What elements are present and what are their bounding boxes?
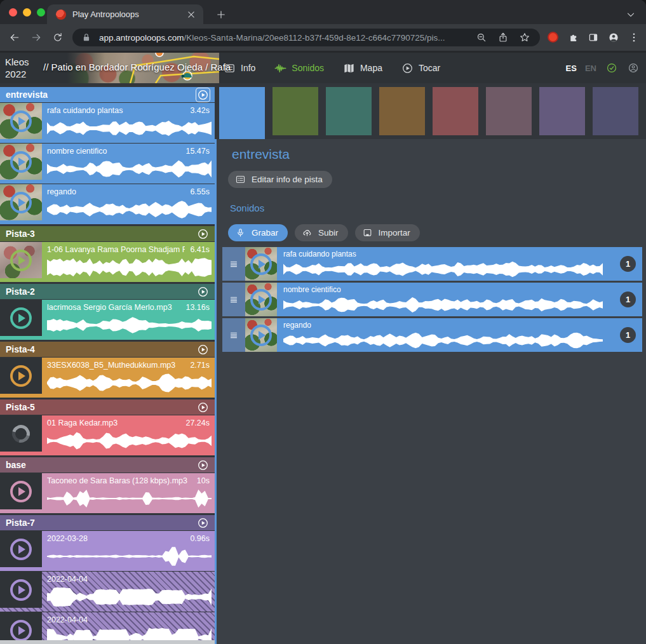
play-track-button[interactable] [196, 343, 210, 356]
sound-list: rafa cuidando plantas1nombre cientifico1… [222, 247, 642, 354]
track-name: Pista-2 [6, 286, 196, 297]
track-tile-4[interactable] [379, 87, 425, 135]
track-tile-8[interactable] [593, 87, 638, 135]
clip-duration: 13.16s [185, 303, 210, 312]
edit-track-info-button[interactable]: Editar info de pista [228, 171, 332, 188]
clip-thumbnail[interactable] [0, 572, 42, 608]
drag-handle-icon [228, 330, 239, 341]
sound-thumbnail[interactable] [245, 318, 277, 352]
zoom-out-icon[interactable] [475, 31, 488, 44]
clip-thumbnail[interactable] [0, 144, 42, 180]
drag-handle[interactable] [222, 283, 245, 316]
macos-zoom-button[interactable] [37, 8, 45, 17]
track-tile-3[interactable] [326, 87, 372, 135]
play-track-button[interactable] [196, 516, 210, 530]
clip-waveform [47, 257, 212, 278]
play-track-button[interactable] [196, 285, 210, 299]
app-nav: InfoSonidosMapaTocar [224, 53, 440, 83]
track-header-entrevista[interactable]: entrevista [0, 87, 215, 102]
clip-lacrimosa Sergio García Merlo.mp3[interactable]: lacrimosa Sergio García Merlo.mp313.16s [0, 300, 215, 340]
extensions-puzzle-icon[interactable] [566, 30, 580, 44]
track-header-Pista-4[interactable]: Pista-4 [0, 342, 215, 357]
tab-search-chevron-icon[interactable] [623, 7, 638, 22]
clip-thumbnail[interactable] [0, 473, 42, 509]
nav-item-mapa[interactable]: Mapa [343, 62, 382, 74]
importar-button[interactable]: Importar [355, 224, 420, 241]
clip-2022-04-04[interactable]: 2022-04-04 [0, 572, 215, 612]
nav-item-tocar[interactable]: Tocar [401, 62, 440, 74]
clip-thumbnail[interactable] [0, 184, 42, 220]
browser-tab[interactable]: Play Antropoloops [47, 4, 203, 24]
profile-avatar-icon[interactable] [607, 30, 621, 44]
track-header-Pista-5[interactable]: Pista-5 [0, 399, 215, 415]
language-toggle-es[interactable]: ES [566, 64, 577, 73]
play-track-button[interactable] [196, 459, 210, 472]
account-button[interactable] [626, 62, 640, 75]
clip-thumbnail[interactable] [0, 242, 42, 278]
track-tile-5[interactable] [433, 87, 478, 135]
subir-button[interactable]: Subir [295, 224, 348, 241]
address-bar[interactable]: app.antropoloops.com/Kleos-Santa-Marina/… [72, 29, 540, 46]
share-icon[interactable] [497, 31, 509, 44]
list-icon [235, 174, 246, 185]
play-track-button[interactable] [196, 401, 210, 414]
side-panel-icon[interactable] [586, 30, 600, 44]
language-toggle-en[interactable]: EN [585, 64, 596, 73]
macos-close-button[interactable] [9, 8, 17, 17]
track-header-base[interactable]: base [0, 457, 215, 473]
drag-handle[interactable] [222, 318, 245, 352]
clip-nombre cientifico[interactable]: nombre cientifico15.47s [0, 144, 215, 184]
clip-33ESX6038_B5_Muthedukkum.mp3[interactable]: 33ESX6038_B5_Muthedukkum.mp32.71s [0, 358, 215, 398]
tab-close-icon[interactable] [185, 9, 197, 20]
sound-row-rafa cuidando plantas[interactable]: rafa cuidando plantas1 [222, 247, 642, 281]
clip-01 Raga Kedar.mp3[interactable]: 01 Raga Kedar.mp327.24s [0, 415, 215, 455]
reload-button[interactable] [51, 30, 65, 44]
clip-thumbnail[interactable] [0, 300, 42, 336]
sound-row-regando[interactable]: regando1 [222, 318, 642, 352]
breadcrumb: // Patio en Bordador Rodríguez Ojeda / R… [43, 62, 231, 72]
play-overlay-icon [10, 539, 32, 560]
clip-thumbnail[interactable] [0, 358, 42, 394]
clip-thumbnail[interactable] [0, 415, 42, 452]
track-header-Pista-2[interactable]: Pista-2 [0, 284, 215, 299]
back-button[interactable] [8, 30, 22, 44]
sidebar-scrollbar[interactable] [0, 640, 219, 644]
new-tab-button[interactable] [213, 7, 229, 22]
play-track-button[interactable] [196, 88, 210, 102]
track-header-Pista-7[interactable]: Pista-7 [0, 515, 215, 530]
clip-2022-03-28[interactable]: 2022-03-280.96s [0, 531, 215, 571]
play-track-button[interactable] [196, 227, 210, 241]
browser-menu-icon[interactable] [627, 30, 641, 44]
record-extension-icon[interactable] [548, 32, 558, 43]
macos-minimize-button[interactable] [23, 8, 31, 17]
clip-regando[interactable]: regando6.55s [0, 184, 215, 224]
track-tile-2[interactable] [273, 87, 318, 135]
clip-rafa cuidando plantas[interactable]: rafa cuidando plantas3.42s [0, 103, 215, 143]
profile-avatar-icon [608, 32, 619, 43]
grabar-button[interactable]: Grabar [228, 224, 288, 241]
clip-2022-04-04[interactable]: 2022-04-04 [0, 612, 215, 644]
sound-row-nombre cientifico[interactable]: nombre cientifico1 [222, 283, 642, 316]
sound-name: rafa cuidando plantas [277, 247, 642, 258]
track-header-Pista-3[interactable]: Pista-3 [0, 226, 215, 241]
tab-strip: Play Antropoloops [0, 0, 646, 24]
drag-handle[interactable] [222, 247, 245, 281]
bookmark-star-icon[interactable] [518, 31, 531, 44]
clip-Taconeo de Sara Baras (128 kbps).mp3[interactable]: Taconeo de Sara Baras (128 kbps).mp310s [0, 473, 215, 513]
tracks-sidebar: entrevistarafa cuidando plantas3.42snomb… [0, 87, 215, 644]
clip-thumbnail[interactable] [0, 103, 42, 139]
track-tile-6[interactable] [486, 87, 532, 135]
nav-item-sonidos[interactable]: Sonidos [274, 62, 324, 74]
clip-body: lacrimosa Sergio García Merlo.mp313.16s [42, 300, 215, 340]
sound-thumbnail[interactable] [245, 283, 277, 316]
sound-body: rafa cuidando plantas [277, 247, 642, 281]
clip-thumbnail[interactable] [0, 612, 42, 644]
track-tile-1[interactable] [219, 87, 265, 142]
track-tile-7[interactable] [539, 87, 585, 135]
sync-status-button[interactable] [605, 62, 618, 75]
clip-1-06 Lavanya Rama Poorna Shadjam Rupak...[interactable]: 1-06 Lavanya Rama Poorna Shadjam Rupak..… [0, 242, 215, 282]
sound-thumbnail[interactable] [245, 247, 277, 281]
clip-thumbnail[interactable] [0, 531, 42, 567]
forward-button[interactable] [29, 30, 43, 44]
clip-name: 01 Raga Kedar.mp3 [47, 419, 180, 427]
